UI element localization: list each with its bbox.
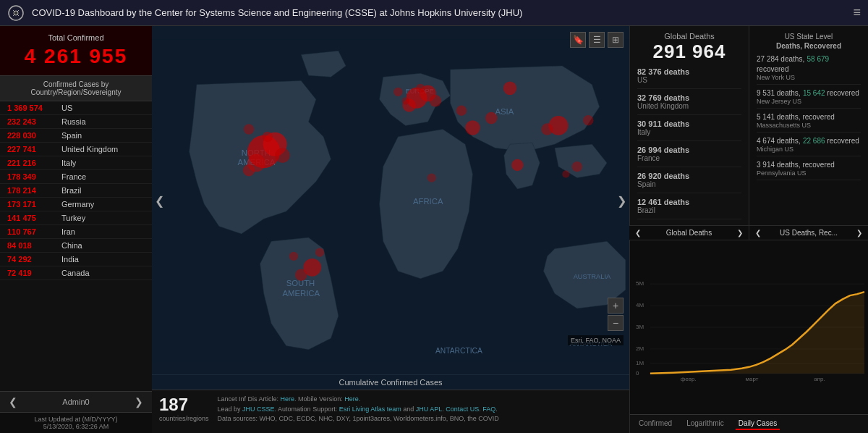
- list-button[interactable]: ☰: [589, 32, 605, 48]
- country-count: 178 349: [7, 172, 61, 181]
- svg-point-33: [263, 132, 273, 142]
- svg-text:март: март: [746, 376, 759, 382]
- us-deaths-row: 9 531 deaths, 15 642 recovered: [757, 88, 861, 98]
- recovered-value: 15 642: [803, 89, 825, 97]
- lead-text: Lead by JHU CSSE. Automation Support: Es…: [218, 405, 499, 415]
- svg-point-19: [430, 95, 442, 107]
- country-count: 141 475: [7, 214, 61, 222]
- header: COVID-19 Dashboard by the Center for Sys…: [0, 0, 868, 26]
- chart-tab-confirmed[interactable]: Confirmed: [636, 418, 675, 430]
- map-nav-left-button[interactable]: ❮: [155, 193, 164, 207]
- svg-point-37: [485, 112, 498, 125]
- last-updated: Last Updated at (M/D/YYYY) 5/13/2020, 6:…: [0, 412, 152, 433]
- svg-point-21: [541, 123, 553, 135]
- country-list-item[interactable]: 228 030Spain: [0, 129, 152, 143]
- country-list[interactable]: 1 369 574US232 243Russia228 030Spain227 …: [0, 101, 152, 391]
- svg-point-26: [289, 252, 298, 261]
- svg-point-40: [401, 97, 409, 104]
- country-count: 228 030: [7, 131, 61, 140]
- country-list-item[interactable]: 221 216Italy: [0, 156, 152, 170]
- us-deaths-next-button[interactable]: ❯: [856, 229, 862, 237]
- country-list-item[interactable]: 84 018China: [0, 239, 152, 253]
- global-deaths-prev-button[interactable]: ❮: [635, 229, 641, 237]
- zoom-out-button[interactable]: −: [608, 315, 624, 331]
- bookmark-button[interactable]: 🔖: [570, 32, 586, 48]
- country-list-item[interactable]: 110 767Iran: [0, 225, 152, 239]
- global-deaths-nav: ❮ Global Deaths ❯: [629, 226, 749, 240]
- us-state-name: New York US: [757, 74, 861, 81]
- chart-tab-logarithmic[interactable]: Logarithmic: [684, 418, 727, 430]
- country-list-item[interactable]: 232 243Russia: [0, 115, 152, 129]
- countries-count: 187 countries/regions: [159, 395, 209, 422]
- map-area[interactable]: NORTH AMERICA SOUTH AMERICA ASIA AFRICA …: [152, 26, 629, 374]
- menu-icon[interactable]: ≡: [853, 5, 861, 20]
- country-list-item[interactable]: 178 349France: [0, 170, 152, 184]
- us-deaths-prev-button[interactable]: ❮: [755, 229, 761, 237]
- sidebar-nav-label: Admin0: [62, 398, 89, 406]
- country-count: 74 292: [7, 255, 61, 264]
- us-deaths-panel: US State LevelDeaths, Recovered 27 284 d…: [749, 26, 868, 226]
- sidebar: Total Confirmed 4 261 955 Confirmed Case…: [0, 26, 152, 433]
- country-name: Canada: [61, 269, 90, 277]
- deaths-value: 82 376 deaths: [637, 67, 741, 76]
- global-deaths-next-button[interactable]: ❯: [737, 229, 743, 237]
- deaths-list-item: 32 769 deathsUnited Kingdom: [637, 89, 741, 115]
- country-list-item[interactable]: 178 214Brazil: [0, 184, 152, 198]
- country-list-item[interactable]: 72 419Canada: [0, 266, 152, 280]
- sidebar-next-button[interactable]: ❯: [130, 395, 148, 409]
- us-deaths-row: 4 674 deaths, 22 686 recovered: [757, 135, 861, 146]
- jhu-csse-link[interactable]: JHU CSSE: [242, 405, 275, 413]
- esri-link[interactable]: Esri Living Atlas team: [339, 405, 401, 413]
- us-deaths-value: 27 284 deaths,: [757, 55, 804, 63]
- chart-tab-daily-cases[interactable]: Daily Cases: [736, 418, 780, 430]
- article-link[interactable]: Here: [281, 395, 295, 403]
- us-state-item: 5 141 deaths, recoveredMassachusetts US: [757, 109, 861, 133]
- jhu-apl-link[interactable]: JHU APL: [416, 405, 443, 413]
- deaths-country: Spain: [637, 180, 741, 188]
- svg-point-23: [465, 120, 480, 135]
- country-name: Iran: [61, 227, 75, 236]
- panel-nav-row: ❮ Global Deaths ❯ ❮ US Deaths, Rec... ❯: [629, 226, 868, 240]
- mobile-link[interactable]: Here: [344, 395, 359, 403]
- svg-text:апр.: апр.: [814, 376, 825, 382]
- deaths-value: 26 994 deaths: [637, 146, 741, 154]
- faq-link[interactable]: FAQ: [482, 405, 495, 413]
- contact-link[interactable]: Contact US: [446, 405, 479, 413]
- global-deaths-label: Global Deaths: [637, 32, 741, 41]
- map-nav-right-button[interactable]: ❯: [617, 193, 626, 207]
- svg-point-15: [275, 148, 290, 163]
- country-count: 1 369 574: [7, 104, 61, 112]
- svg-point-27: [315, 248, 324, 257]
- us-deaths-nav: ❮ US Deaths, Rec... ❯: [749, 226, 868, 240]
- world-map: NORTH AMERICA SOUTH AMERICA ASIA AFRICA …: [152, 26, 629, 374]
- country-list-header: Confirmed Cases byCountry/Region/Soverei…: [0, 76, 152, 101]
- svg-point-36: [583, 115, 593, 125]
- zoom-in-button[interactable]: +: [608, 298, 624, 314]
- country-count: 84 018: [7, 241, 61, 250]
- country-name: Germany: [61, 200, 94, 209]
- us-state-item: 9 531 deaths, 15 642 recoveredNew Jersey…: [757, 85, 861, 109]
- sidebar-prev-button[interactable]: ❮: [4, 395, 22, 409]
- country-list-item[interactable]: 141 475Turkey: [0, 211, 152, 225]
- deaths-value: 30 911 deaths: [637, 119, 741, 128]
- us-state-item: 27 284 deaths, 58 679 recoveredNew York …: [757, 51, 861, 85]
- svg-text:1M: 1M: [636, 360, 644, 366]
- country-list-item[interactable]: 173 171Germany: [0, 198, 152, 211]
- country-list-item[interactable]: 1 369 574US: [0, 101, 152, 115]
- country-list-item[interactable]: 227 741United Kingdom: [0, 143, 152, 156]
- last-updated-value: 5/13/2020, 6:32:26 AM: [6, 423, 146, 430]
- country-count: 178 214: [7, 186, 61, 195]
- grid-button[interactable]: ⊞: [608, 32, 624, 48]
- svg-point-25: [295, 269, 307, 281]
- deaths-list-item: 12 461 deathsBrazil: [637, 193, 741, 219]
- svg-point-22: [511, 159, 524, 172]
- country-count: 173 171: [7, 200, 61, 209]
- deaths-list-item: 26 994 deathsFrance: [637, 141, 741, 167]
- us-deaths-value: 5 141 deaths,: [757, 113, 801, 121]
- country-list-item[interactable]: 74 292India: [0, 253, 152, 266]
- deaths-country: US: [637, 76, 741, 84]
- us-deaths-label: US State LevelDeaths, Recovered: [757, 32, 861, 51]
- svg-text:0: 0: [636, 370, 639, 377]
- us-deaths-row: 27 284 deaths, 58 679 recovered: [757, 54, 861, 74]
- deaths-value: 32 769 deaths: [637, 93, 741, 102]
